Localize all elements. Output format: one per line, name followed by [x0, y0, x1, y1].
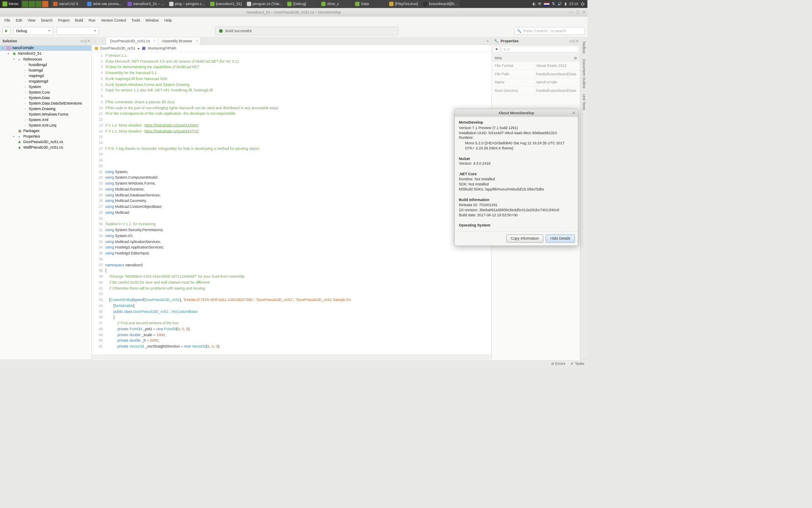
- tree-item[interactable]: ▫System.Xml: [0, 117, 91, 122]
- launcher-app-icon[interactable]: [42, 1, 48, 7]
- run-button[interactable]: [3, 27, 11, 35]
- panel-close-icon[interactable]: ✕: [87, 39, 90, 43]
- tree-twisty-icon[interactable]: ▾: [7, 52, 11, 55]
- configuration-dropdown[interactable]: Debug: [14, 27, 53, 35]
- tree-item[interactable]: ▦Packages: [0, 128, 91, 133]
- nav-back-button[interactable]: ‹: [92, 37, 99, 44]
- breadcrumb[interactable]: DoorPseudo3D_nc51 ▸ MonitoringFilPath: [92, 45, 491, 52]
- menu-version-control[interactable]: Version Control: [99, 17, 129, 24]
- tree-twisty-icon[interactable]: ▾: [1, 47, 5, 50]
- tree-item[interactable]: ▫System: [0, 84, 91, 89]
- tab-dropdown-icon[interactable]: ▾: [484, 37, 491, 44]
- dialog-close-icon[interactable]: ✕: [572, 111, 575, 115]
- nav-forward-button[interactable]: ›: [99, 37, 106, 44]
- property-row[interactable]: Root Directory/media/bosonbeard/Data: [492, 87, 580, 95]
- launcher-browser-icon[interactable]: [36, 1, 41, 7]
- tray-logout-icon[interactable]: ⏻: [581, 2, 584, 6]
- property-value[interactable]: /media/bosonbeard/Data: [535, 70, 580, 78]
- tree-item[interactable]: ▫System.Data.DataSetExtensions: [0, 100, 91, 106]
- tree-item[interactable]: ▫System.Xml.Linq: [0, 122, 91, 128]
- tree-item[interactable]: ▫System.Windows.Forms: [0, 111, 91, 117]
- tree-item[interactable]: ▫hostdbmgd: [0, 62, 91, 67]
- errors-button[interactable]: ⊘Errors: [551, 362, 565, 366]
- tree-item[interactable]: ▸▸Properties: [0, 133, 91, 139]
- property-value[interactable]: /media/bosonbeard/Data: [535, 87, 580, 95]
- panel-autohide-icon[interactable]: ▯: [85, 39, 87, 43]
- menu-file[interactable]: File: [2, 17, 13, 24]
- hide-details-button[interactable]: Hide Details: [546, 235, 575, 243]
- tree-item[interactable]: ▾▸References: [0, 56, 91, 62]
- menu-edit[interactable]: Edit: [13, 17, 25, 24]
- menu-run[interactable]: Run: [86, 17, 98, 24]
- global-search[interactable]: 🔍 Press 'Control+,' to search: [515, 27, 585, 34]
- properties-filter-input[interactable]: [502, 46, 579, 52]
- property-row[interactable]: File FormatVisual Studio 2012: [492, 62, 580, 70]
- breadcrumb-member[interactable]: MonitoringFilPath: [148, 46, 176, 50]
- property-row[interactable]: NamenanoForHabr: [492, 78, 580, 87]
- tray-keyboard-flag-icon[interactable]: [544, 2, 549, 6]
- menu-window[interactable]: Window: [143, 17, 161, 24]
- tree-item[interactable]: ▫nrxgatemgd: [0, 78, 91, 84]
- start-menu[interactable]: Меню: [0, 0, 21, 8]
- categorize-button[interactable]: ≡: [493, 46, 500, 52]
- copy-information-button[interactable]: Copy Information: [506, 235, 543, 243]
- side-tab-toolbox[interactable]: Toolbox: [581, 40, 587, 55]
- tree-item[interactable]: ▫System.Data: [0, 95, 91, 100]
- launcher-terminal-icon[interactable]: [29, 1, 35, 7]
- taskbar-task[interactable]: penguin.cs (Том...: [244, 0, 285, 8]
- menu-help[interactable]: Help: [162, 17, 174, 24]
- editor-tab[interactable]: Assembly Browser✕: [158, 37, 200, 44]
- panel-dock-icon[interactable]: ▭: [80, 39, 84, 43]
- tasks-button[interactable]: ✔Tasks: [571, 362, 584, 366]
- property-value[interactable]: nanoForHabr: [535, 78, 580, 86]
- taskbar-task[interactable]: Data: [353, 0, 387, 8]
- target-dropdown[interactable]: [56, 27, 99, 35]
- menu-project[interactable]: Project: [56, 17, 72, 24]
- tree-item[interactable]: ▫System.Drawing: [0, 106, 91, 111]
- taskbar-task[interactable]: [nanodoor2_51]: [208, 0, 244, 8]
- tray-user-icon[interactable]: ◐: [532, 2, 535, 6]
- tree-item[interactable]: ▾▣nanodoor2_51: [0, 51, 91, 56]
- tree-item[interactable]: ◆DoorPseudo3D_nc51.cs: [0, 139, 91, 144]
- property-value[interactable]: Visual Studio 2012: [535, 62, 580, 70]
- panel-close-icon[interactable]: ✕: [576, 39, 579, 43]
- editor-tab[interactable]: DoorPseudo3D_nc51.cs✕: [107, 37, 158, 44]
- panel-dock-icon[interactable]: ▭: [569, 39, 573, 43]
- tray-battery-icon[interactable]: ▮: [565, 2, 567, 6]
- code-editor[interactable]: 1234567891011121314151617181920212223242…: [92, 52, 491, 355]
- tree-twisty-icon[interactable]: ▾: [12, 58, 16, 61]
- window-close-icon[interactable]: ✕: [582, 10, 585, 14]
- side-tab-document-outline[interactable]: Document Outline: [581, 58, 587, 90]
- panel-autohide-icon[interactable]: ▯: [573, 39, 575, 43]
- tree-item[interactable]: ▾nanoForHabr: [0, 45, 91, 51]
- side-tab-unit-tests[interactable]: Unit Tests: [581, 93, 587, 111]
- tree-item[interactable]: ▫hostmgd: [0, 67, 91, 73]
- taskbar-task[interactable]: nanodoor2_51 – ...: [125, 0, 167, 8]
- solution-tree[interactable]: ▾nanoForHabr▾▣nanodoor2_51▾▸References▫h…: [0, 45, 91, 360]
- launcher-files-icon[interactable]: [22, 1, 28, 7]
- taskbar-task[interactable]: wine как узнать...: [85, 0, 125, 8]
- tab-close-icon[interactable]: ✕: [196, 39, 198, 43]
- tray-network-icon[interactable]: ⇅: [552, 2, 555, 6]
- menu-build[interactable]: Build: [73, 17, 86, 24]
- properties-section-header[interactable]: Misc ⊖: [492, 54, 580, 62]
- horizontal-scrollbar[interactable]: [92, 355, 491, 360]
- tab-close-icon[interactable]: ✕: [154, 39, 156, 43]
- tree-item[interactable]: ◆WalllPseudo3D_nc51.cs: [0, 144, 91, 150]
- taskbar-task[interactable]: [PlayOnLinux]: [387, 0, 421, 8]
- taskbar-task[interactable]: bosonbeard@b...: [421, 0, 460, 8]
- tree-item[interactable]: ▫mapimgd: [0, 73, 91, 78]
- tray-shield-icon[interactable]: ⛨: [538, 2, 542, 6]
- taskbar-task[interactable]: [Debug]: [285, 0, 319, 8]
- tree-twisty-icon[interactable]: ▸: [12, 135, 16, 138]
- menu-search[interactable]: Search: [38, 17, 55, 24]
- code-lines[interactable]: // Version 1.1 //Use Microsoft .NET Fram…: [105, 52, 491, 355]
- taskbar-task[interactable]: nanoCAD 5: [51, 0, 85, 8]
- window-maximize-icon[interactable]: ☐: [576, 10, 579, 14]
- tree-item[interactable]: ▫System.Core: [0, 89, 91, 95]
- breadcrumb-class[interactable]: DoorPseudo3D_nc51: [100, 46, 135, 50]
- menu-tools[interactable]: Tools: [129, 17, 143, 24]
- window-minimize-icon[interactable]: —: [569, 10, 573, 14]
- menu-view[interactable]: View: [25, 17, 38, 24]
- property-row[interactable]: File Path/media/bosonbeard/Data: [492, 70, 580, 79]
